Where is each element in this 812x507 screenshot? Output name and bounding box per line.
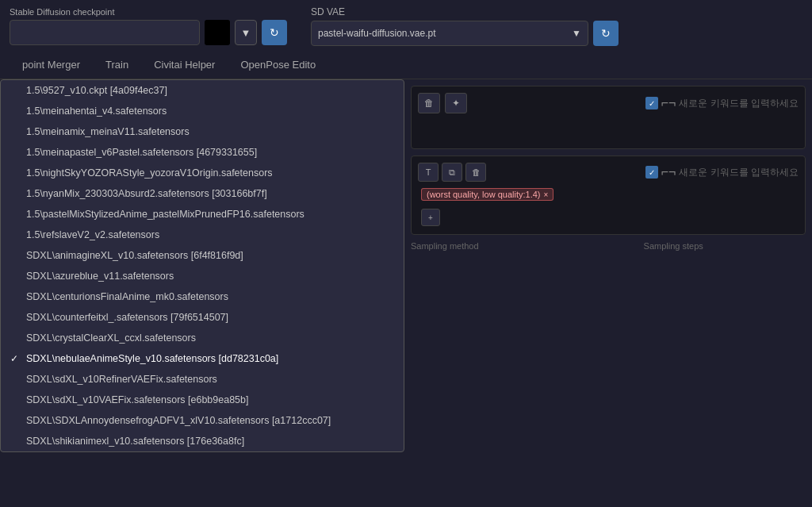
dropdown-item[interactable]: SDXL\centurionsFinalAnime_mk0.safetensor…	[1, 286, 404, 307]
sampling-row: Sampling method Sampling steps	[411, 241, 806, 251]
ai-icon: ✦	[452, 98, 460, 109]
positive-prompt-toolbar: 🗑 ✦ ✓ ⌐¬ 새로운 키워드를 입력하세요	[418, 93, 799, 113]
neg-trash-icon: 🗑	[472, 167, 481, 177]
positive-trash-btn[interactable]: 🗑	[418, 93, 440, 113]
positive-ai-btn[interactable]: ✦	[445, 93, 467, 113]
tag-close-btn[interactable]: ×	[543, 190, 548, 199]
positive-placeholder: 새로운 키워드를 입력하세요	[679, 97, 799, 110]
refresh-icon: ↻	[270, 26, 279, 39]
tab-point-merger[interactable]: point Merger	[10, 52, 93, 79]
top-bar: Stable Diffusion checkpoint ▼ ↻ SD VAE p…	[0, 0, 812, 52]
checkpoint-preview	[205, 20, 230, 45]
dropdown-item[interactable]: SDXL\animagineXL_v10.safetensors [6f4f81…	[1, 245, 404, 266]
dropdown-item-label: SDXL\shikianimexl_v10.safetensors [176e3…	[26, 436, 244, 447]
dropdown-item-label: SDXL\crystalClearXL_ccxl.safetensors	[26, 332, 196, 344]
negative-trash-btn[interactable]: 🗑	[465, 163, 486, 182]
vae-refresh-btn[interactable]: ↻	[593, 21, 619, 46]
neg-bracket-icon: ⌐¬	[661, 165, 676, 179]
dropdown-item[interactable]: 1.5\pastelMixStylizedAnime_pastelMixPrun…	[1, 204, 404, 225]
vae-value: pastel-waifu-diffusion.vae.pt	[318, 28, 436, 39]
negative-tags-row: (worst quality, low quality:1.4) ×	[418, 186, 799, 202]
dropdown-item[interactable]: SDXL\counterfeitxl_.safetensors [79f6514…	[1, 307, 404, 328]
dropdown-item[interactable]: SDXL\SDXLAnnoydensefrogADFV1_xlV10.safet…	[1, 410, 404, 431]
checkpoint-dropdown-list: 1.5\9527_v10.ckpt [4a09f4ec37]1.5\meinah…	[0, 79, 404, 452]
dropdown-item-label: SDXL\azureblue_v11.safetensors	[26, 271, 174, 282]
positive-checkbox[interactable]: ✓	[645, 97, 658, 109]
negative-checkbox[interactable]: ✓	[645, 166, 658, 179]
dropdown-checkmark: ✓	[10, 353, 21, 364]
sampling-steps-label: Sampling steps	[644, 241, 703, 251]
dropdown-item-label: SDXL\SDXLAnnoydensefrogADFV1_xlV10.safet…	[26, 415, 331, 426]
dropdown-item[interactable]: SDXL\crystalClearXL_ccxl.safetensors	[1, 328, 404, 348]
dropdown-item[interactable]: 1.5\nightSkyYOZORAStyle_yozoraV1Origin.s…	[1, 163, 404, 183]
negative-checkbox-area: ✓ ⌐¬ 새로운 키워드를 입력하세요	[645, 165, 799, 179]
checkpoint-section: Stable Diffusion checkpoint ▼ ↻	[10, 7, 287, 45]
negative-prompt-toolbar: T ⧉ 🗑 ✓ ⌐¬ 새로운 키워드를 입력하세요	[418, 163, 799, 182]
tab-civitai-helper[interactable]: Civitai Helper	[141, 52, 228, 79]
dropdown-item-label: 1.5\9527_v10.ckpt [4a09f4ec37]	[26, 85, 167, 96]
main-content: 1.5\9527_v10.ckpt [4a09f4ec37]1.5\meinah…	[0, 79, 812, 507]
dropdown-item[interactable]: 1.5\meinamix_meinaV11.safetensors	[1, 121, 404, 142]
dropdown-item[interactable]: SDXL\sdXL_v10VAEFix.safetensors [e6bb9ea…	[1, 390, 404, 410]
positive-prompt-box: 🗑 ✦ ✓ ⌐¬ 새로운 키워드를 입력하세요	[411, 86, 806, 149]
tab-train[interactable]: Train	[93, 52, 141, 79]
dropdown-item-label: SDXL\centurionsFinalAnime_mk0.safetensor…	[26, 291, 228, 302]
dropdown-item-label: SDXL\sdXL_v10RefinerVAEFix.safetensors	[26, 374, 217, 385]
negative-copy-btn[interactable]: ⧉	[442, 163, 462, 182]
dropdown-item[interactable]: 1.5\refslaveV2_v2.safetensors	[1, 225, 404, 245]
vae-label: SD VAE	[311, 6, 619, 17]
checkpoint-label: Stable Diffusion checkpoint	[10, 7, 287, 17]
trash-icon: 🗑	[424, 98, 434, 109]
dropdown-item-label: SDXL\nebulaeAnimeStyle_v10.safetensors […	[26, 353, 278, 364]
negative-tag-pill: (worst quality, low quality:1.4) ×	[421, 188, 553, 201]
positive-checkbox-area: ✓ ⌐¬ 새로운 키워드를 입력하세요	[645, 96, 799, 110]
dropdown-item-label: SDXL\animagineXL_v10.safetensors [6f4f81…	[26, 250, 243, 261]
dropdown-item[interactable]: ✓SDXL\nebulaeAnimeStyle_v10.safetensors …	[1, 348, 404, 369]
dropdown-item[interactable]: SDXL\sdXL_v10RefinerVAEFix.safetensors	[1, 369, 404, 390]
dropdown-item-label: SDXL\sdXL_v10VAEFix.safetensors [e6bb9ea…	[26, 394, 249, 405]
checkpoint-select-row: ▼ ↻	[10, 20, 287, 45]
dropdown-item[interactable]: SDXL\azureblue_v11.safetensors	[1, 266, 404, 286]
dropdown-item[interactable]: 1.5\nyanMix_230303Absurd2.safetensors [3…	[1, 183, 404, 204]
tag-text: (worst quality, low quality:1.4)	[427, 190, 540, 199]
dropdown-item-label: 1.5\meinapastel_v6Pastel.safetensors [46…	[26, 147, 257, 158]
dropdown-item[interactable]: 1.5\meinapastel_v6Pastel.safetensors [46…	[1, 142, 404, 163]
dropdown-item-label: 1.5\pastelMixStylizedAnime_pastelMixPrun…	[26, 209, 304, 220]
dropdown-arrow-icon: ▼	[241, 27, 251, 39]
vae-row: pastel-waifu-diffusion.vae.pt ▼ ↻	[311, 21, 619, 46]
dropdown-item-label: 1.5\refslaveV2_v2.safetensors	[26, 229, 159, 240]
tab-openpose-editor[interactable]: OpenPose Edito	[228, 52, 328, 79]
dropdown-item[interactable]: 1.5\meinahentai_v4.safetensors	[1, 101, 404, 121]
dropdown-item-label: 1.5\meinamix_meinaV11.safetensors	[26, 126, 190, 137]
dropdown-item-label: 1.5\nyanMix_230303Absurd2.safetensors [3…	[26, 188, 267, 199]
nav-tabs: point Merger Train Civitai Helper OpenPo…	[0, 52, 812, 79]
negative-prompt-box: T ⧉ 🗑 ✓ ⌐¬ 새로운 키워드를 입력하세요 (worst quality…	[411, 156, 806, 235]
vae-section: SD VAE pastel-waifu-diffusion.vae.pt ▼ ↻	[311, 6, 619, 46]
text-icon: T	[426, 167, 431, 177]
dropdown-item-label: 1.5\meinahentai_v4.safetensors	[26, 106, 167, 117]
checkpoint-refresh-btn[interactable]: ↻	[262, 20, 287, 45]
checkpoint-dropdown-btn[interactable]: ▼	[235, 20, 257, 45]
negative-placeholder: 새로운 키워드를 입력하세요	[679, 166, 799, 179]
bracket-icon: ⌐¬	[661, 96, 676, 110]
dropdown-item-label: 1.5\nightSkyYOZORAStyle_yozoraV1Origin.s…	[26, 167, 273, 179]
checkpoint-input[interactable]	[10, 20, 200, 45]
vae-refresh-icon: ↻	[601, 27, 611, 40]
add-tag-btn[interactable]: +	[421, 209, 440, 226]
dropdown-item[interactable]: 1.5\9527_v10.ckpt [4a09f4ec37]	[1, 80, 404, 101]
vae-select[interactable]: pastel-waifu-diffusion.vae.pt ▼	[311, 21, 588, 46]
negative-text-btn[interactable]: T	[418, 163, 439, 182]
dropdown-item[interactable]: SDXL\shikianimexl_v10.safetensors [176e3…	[1, 431, 404, 451]
dropdown-item-label: SDXL\counterfeitxl_.safetensors [79f6514…	[26, 312, 228, 323]
copy-icon: ⧉	[449, 167, 455, 178]
right-panel: 🗑 ✦ ✓ ⌐¬ 새로운 키워드를 입력하세요 T ⧉	[404, 79, 812, 507]
vae-dropdown-arrow: ▼	[572, 28, 581, 39]
sampling-method-label: Sampling method	[411, 241, 479, 251]
